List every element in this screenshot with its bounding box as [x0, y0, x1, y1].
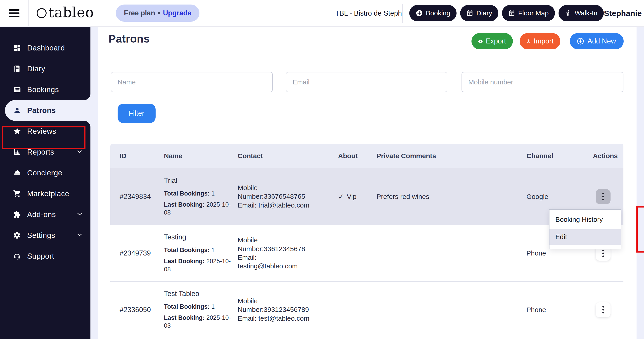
list-icon: [13, 86, 21, 94]
column-header-name: Name: [164, 152, 238, 160]
patron-private-comments: Prefers red wines: [376, 193, 526, 200]
floor-map-button[interactable]: Floor Map: [502, 5, 555, 21]
column-header-private-comments: Private Comments: [376, 152, 526, 160]
walk-in-button[interactable]: Walk-In: [558, 5, 604, 21]
patron-id: #2336050: [120, 306, 164, 314]
puzzle-icon: [13, 210, 21, 219]
header-nav: Booking Diary Floor Map Walk-In: [409, 5, 604, 21]
export-button[interactable]: Export: [472, 33, 513, 49]
sidebar-item-reviews[interactable]: Reviews: [0, 121, 90, 142]
row-actions-context-menu: Booking History Edit: [549, 209, 622, 249]
sidebar-item-patrons[interactable]: Patrons: [0, 100, 90, 121]
main-content: Patrons Export Import Add New Filter ID …: [90, 27, 644, 339]
patron-id: #2349834: [120, 193, 164, 201]
plus-circle-icon: [526, 37, 530, 45]
plus-circle-icon: [416, 10, 423, 17]
header-divider: [28, 0, 29, 26]
column-header-actions: Actions: [593, 152, 624, 160]
patron-contact: Mobile Number:393123456789 Email: test@t…: [238, 297, 338, 323]
filter-button[interactable]: Filter: [118, 104, 156, 123]
restaurant-name: TBL - Bistro de Steph: [335, 0, 402, 27]
patron-name: Testing: [164, 233, 232, 241]
column-header-id: ID: [120, 152, 164, 160]
logo-text: tableo: [48, 6, 94, 20]
app-logo[interactable]: tableo: [37, 7, 94, 20]
sidebar-item-dashboard[interactable]: Dashboard: [0, 38, 90, 58]
column-header-contact: Contact: [238, 152, 338, 160]
sidebar-item-marketplace[interactable]: Marketplace: [0, 183, 90, 204]
import-button[interactable]: Import: [520, 33, 560, 49]
calendar-icon: [508, 10, 515, 17]
total-bookings: Total Bookings: 1: [164, 190, 232, 198]
total-bookings: Total Bookings: 1: [164, 303, 232, 311]
last-booking: Last Booking: 2025-10-08: [164, 257, 232, 273]
add-new-button[interactable]: Add New: [570, 33, 624, 49]
annotation-context-menu-highlight: [636, 206, 644, 252]
plan-separator: •: [158, 9, 160, 17]
name-filter-input[interactable]: [111, 72, 273, 92]
app-root: tableo Free plan • Upgrade TBL - Bistro …: [0, 0, 644, 339]
hamburger-menu-icon[interactable]: [9, 9, 20, 17]
table-row: #2336050 Test Tableo Total Bookings: 1 L…: [110, 282, 624, 338]
patrons-table: ID Name Contact About Private Comments C…: [110, 144, 624, 338]
walk-in-label: Walk-In: [574, 9, 598, 17]
sidebar: Dashboard Diary Bookings Patrons Reviews…: [0, 27, 90, 339]
upgrade-link[interactable]: Upgrade: [163, 9, 192, 17]
sidebar-item-diary[interactable]: Diary: [0, 58, 90, 79]
row-actions-kebab-button[interactable]: [596, 189, 610, 204]
sidebar-item-add-ons[interactable]: Add-ons: [0, 204, 90, 225]
plus-circle-icon: [576, 37, 584, 45]
user-name[interactable]: Stephanie: [604, 0, 642, 27]
sidebar-nav: Dashboard Diary Bookings Patrons Reviews…: [0, 38, 90, 267]
calendar-icon: [466, 10, 473, 17]
patron-channel: Phone: [526, 249, 593, 257]
add-new-label: Add New: [588, 37, 616, 45]
menu-item-edit[interactable]: Edit: [550, 229, 621, 245]
sidebar-item-settings[interactable]: Settings: [0, 225, 90, 246]
logo-circle-icon: [37, 8, 46, 18]
patron-contact: Mobile Number:33676548765 Email: trial@t…: [238, 184, 338, 210]
diary-label: Diary: [476, 9, 492, 17]
chevron-down-icon: [76, 211, 83, 218]
floor-map-label: Floor Map: [518, 9, 548, 17]
chevron-down-icon: [76, 232, 83, 239]
patron-name-cell: Trial Total Bookings: 1 Last Booking: 20…: [164, 177, 238, 217]
last-booking: Last Booking: 2025-10-03: [164, 314, 232, 330]
check-icon: ✓: [338, 192, 344, 201]
gear-icon: [13, 231, 21, 239]
sidebar-item-reports[interactable]: Reports: [0, 142, 90, 162]
patron-channel: Google: [526, 193, 593, 200]
bar-chart-icon: [13, 148, 21, 156]
export-label: Export: [486, 37, 506, 45]
booking-button[interactable]: Booking: [409, 5, 456, 21]
content-gutter: [90, 27, 98, 339]
walking-person-icon: [565, 10, 572, 17]
patron-id: #2349739: [120, 249, 164, 257]
header-divider-2: [402, 4, 403, 23]
sidebar-item-support[interactable]: Support: [0, 246, 90, 267]
patron-channel: Phone: [526, 306, 593, 314]
row-actions-kebab-button[interactable]: [596, 302, 610, 317]
chevron-down-icon: [76, 148, 83, 156]
plan-badge[interactable]: Free plan • Upgrade: [116, 5, 200, 22]
patron-actions-cell: [593, 189, 624, 204]
column-header-channel: Channel: [526, 152, 593, 160]
top-header: tableo Free plan • Upgrade TBL - Bistro …: [0, 0, 644, 27]
table-row: #2349834 Trial Total Bookings: 1 Last Bo…: [110, 168, 624, 225]
book-icon: [13, 65, 21, 73]
sidebar-item-bookings[interactable]: Bookings: [0, 79, 90, 100]
email-filter-input[interactable]: [286, 72, 447, 92]
mobile-filter-input[interactable]: [462, 72, 624, 92]
column-header-about: About: [338, 152, 376, 160]
diary-button[interactable]: Diary: [460, 5, 498, 21]
menu-item-booking-history[interactable]: Booking History: [550, 210, 621, 229]
sidebar-item-concierge[interactable]: Concierge: [0, 162, 90, 183]
headset-icon: [13, 252, 21, 260]
table-header-row: ID Name Contact About Private Comments C…: [110, 144, 624, 168]
dashboard-grid-icon: [13, 44, 21, 52]
patron-name: Test Tableo: [164, 290, 232, 298]
total-bookings: Total Bookings: 1: [164, 246, 232, 254]
patron-name: Trial: [164, 177, 232, 185]
patron-about: ✓ Vip: [338, 192, 376, 201]
person-icon: [13, 106, 21, 115]
